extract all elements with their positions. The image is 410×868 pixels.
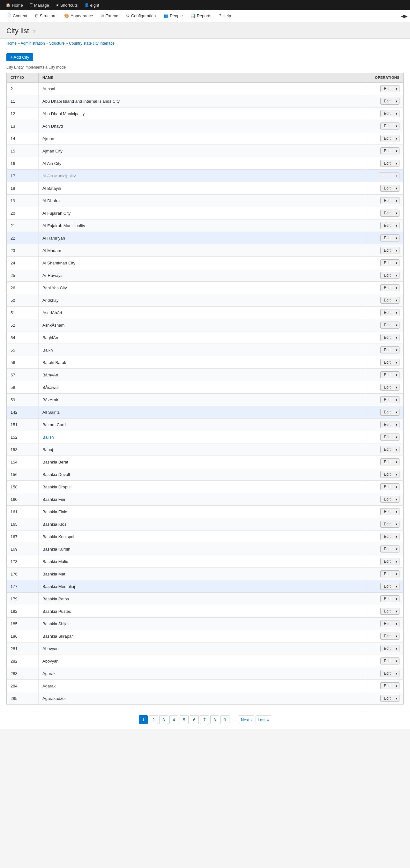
edit-dropdown-button[interactable]: ▾ bbox=[394, 670, 399, 677]
edit-dropdown-button[interactable]: ▾ bbox=[394, 160, 399, 166]
edit-dropdown-button[interactable]: ▾ bbox=[394, 471, 399, 477]
edit-dropdown-button[interactable]: ▾ bbox=[394, 185, 399, 191]
edit-button[interactable]: Edit bbox=[381, 583, 394, 590]
edit-button[interactable]: Edit bbox=[381, 546, 394, 552]
edit-dropdown-button[interactable]: ▾ bbox=[394, 683, 399, 689]
edit-button[interactable]: Edit bbox=[381, 222, 394, 229]
edit-button[interactable]: Edit bbox=[381, 459, 394, 465]
edit-button[interactable]: Edit bbox=[381, 434, 394, 440]
page-1[interactable]: 1 bbox=[139, 715, 148, 724]
edit-button[interactable]: Edit bbox=[381, 235, 394, 241]
edit-button[interactable]: Edit bbox=[381, 521, 394, 527]
edit-button[interactable]: Edit bbox=[381, 123, 394, 129]
edit-button[interactable]: Edit bbox=[381, 422, 394, 428]
edit-dropdown-button[interactable]: ▾ bbox=[394, 409, 399, 415]
edit-dropdown-button[interactable]: ▾ bbox=[394, 558, 399, 565]
edit-button[interactable]: Edit bbox=[381, 197, 394, 204]
edit-dropdown-button[interactable]: ▾ bbox=[394, 583, 399, 590]
edit-dropdown-button[interactable]: ▾ bbox=[394, 434, 399, 440]
edit-button[interactable]: Edit bbox=[381, 533, 394, 540]
edit-dropdown-button[interactable]: ▾ bbox=[394, 284, 399, 291]
page-6[interactable]: 6 bbox=[190, 715, 199, 724]
edit-dropdown-button[interactable]: ▾ bbox=[394, 210, 399, 216]
nav-configuration[interactable]: ⚙ Configuration bbox=[122, 10, 160, 22]
edit-dropdown-button[interactable]: ▾ bbox=[394, 658, 399, 664]
edit-dropdown-button[interactable]: ▾ bbox=[394, 645, 399, 652]
nav-reports[interactable]: 📊 Reports bbox=[187, 10, 215, 22]
page-2[interactable]: 2 bbox=[149, 715, 158, 724]
edit-button[interactable]: Edit bbox=[381, 260, 394, 266]
page-8[interactable]: 8 bbox=[210, 715, 219, 724]
page-3[interactable]: 3 bbox=[159, 715, 168, 724]
nav-extend[interactable]: ⊕ Extend bbox=[97, 10, 122, 22]
page-next[interactable]: Next › bbox=[239, 715, 254, 724]
edit-button[interactable]: Edit bbox=[381, 247, 394, 254]
edit-dropdown-button[interactable]: ▾ bbox=[394, 459, 399, 465]
nav-appearance[interactable]: 🎨 Appearance bbox=[60, 10, 97, 22]
edit-dropdown-button[interactable]: ▾ bbox=[394, 297, 399, 303]
favorite-icon[interactable]: ☆ bbox=[32, 28, 36, 34]
nav-collapse[interactable]: ◀▶ bbox=[401, 14, 407, 19]
page-last[interactable]: Last » bbox=[256, 715, 271, 724]
edit-button[interactable]: Edit bbox=[381, 111, 394, 117]
edit-dropdown-button[interactable]: ▾ bbox=[394, 235, 399, 241]
edit-dropdown-button[interactable]: ▾ bbox=[394, 596, 399, 602]
edit-dropdown-button[interactable]: ▾ bbox=[394, 111, 399, 117]
edit-dropdown-button[interactable]: ▾ bbox=[394, 496, 399, 502]
edit-button[interactable]: Edit bbox=[381, 297, 394, 303]
edit-dropdown-button[interactable]: ▾ bbox=[394, 173, 399, 179]
edit-button[interactable]: Edit bbox=[381, 347, 394, 353]
edit-dropdown-button[interactable]: ▾ bbox=[394, 197, 399, 204]
edit-dropdown-button[interactable]: ▾ bbox=[394, 422, 399, 428]
edit-dropdown-button[interactable]: ▾ bbox=[394, 508, 399, 515]
edit-dropdown-button[interactable]: ▾ bbox=[394, 272, 399, 278]
edit-button[interactable]: Edit bbox=[381, 272, 394, 278]
edit-button[interactable]: Edit bbox=[381, 160, 394, 166]
edit-button[interactable]: Edit bbox=[381, 135, 394, 142]
edit-dropdown-button[interactable]: ▾ bbox=[394, 359, 399, 366]
edit-dropdown-button[interactable]: ▾ bbox=[394, 135, 399, 142]
breadcrumb-structure[interactable]: Structure bbox=[49, 41, 65, 45]
edit-dropdown-button[interactable]: ▾ bbox=[394, 533, 399, 540]
edit-button[interactable]: Edit bbox=[381, 471, 394, 477]
edit-dropdown-button[interactable]: ▾ bbox=[394, 571, 399, 577]
edit-dropdown-button[interactable]: ▾ bbox=[394, 86, 399, 92]
edit-button[interactable]: Edit bbox=[381, 148, 394, 154]
nav-people[interactable]: 👥 People bbox=[160, 10, 186, 22]
edit-button[interactable]: Edit bbox=[381, 633, 394, 639]
edit-dropdown-button[interactable]: ▾ bbox=[394, 347, 399, 353]
add-city-button[interactable]: + Add City bbox=[6, 53, 33, 61]
nav-shortcuts[interactable]: ★ Shortcuts bbox=[52, 0, 81, 10]
edit-button[interactable]: Edit bbox=[381, 372, 394, 378]
edit-button[interactable]: Edit bbox=[381, 558, 394, 565]
edit-button[interactable]: Edit bbox=[381, 658, 394, 664]
edit-button[interactable]: Edit bbox=[381, 608, 394, 614]
breadcrumb-administration[interactable]: Administration bbox=[21, 41, 45, 45]
edit-dropdown-button[interactable]: ▾ bbox=[394, 309, 399, 316]
edit-dropdown-button[interactable]: ▾ bbox=[394, 446, 399, 453]
edit-button[interactable]: Edit bbox=[381, 670, 394, 677]
edit-button[interactable]: Edit bbox=[381, 98, 394, 104]
nav-user[interactable]: 👤 eight bbox=[81, 0, 102, 10]
edit-button[interactable]: Edit bbox=[381, 683, 394, 689]
edit-dropdown-button[interactable]: ▾ bbox=[394, 608, 399, 614]
edit-dropdown-button[interactable]: ▾ bbox=[394, 322, 399, 328]
page-4[interactable]: 4 bbox=[169, 715, 178, 724]
edit-button[interactable]: Edit bbox=[381, 359, 394, 366]
edit-dropdown-button[interactable]: ▾ bbox=[394, 695, 399, 702]
breadcrumb-interface[interactable]: Country state city Interface bbox=[69, 41, 115, 45]
breadcrumb-home[interactable]: Home bbox=[6, 41, 17, 45]
page-5[interactable]: 5 bbox=[180, 715, 189, 724]
edit-button[interactable]: Edit bbox=[381, 309, 394, 316]
edit-dropdown-button[interactable]: ▾ bbox=[394, 123, 399, 129]
edit-button[interactable]: Edit bbox=[381, 508, 394, 515]
edit-dropdown-button[interactable]: ▾ bbox=[394, 384, 399, 391]
edit-button[interactable]: - - - - bbox=[379, 173, 394, 179]
nav-home[interactable]: 🏠 Home bbox=[3, 0, 26, 10]
edit-button[interactable]: Edit bbox=[381, 397, 394, 403]
edit-button[interactable]: Edit bbox=[381, 86, 394, 92]
edit-button[interactable]: Edit bbox=[381, 620, 394, 627]
edit-dropdown-button[interactable]: ▾ bbox=[394, 222, 399, 229]
page-9[interactable]: 9 bbox=[220, 715, 229, 724]
edit-button[interactable]: Edit bbox=[381, 596, 394, 602]
